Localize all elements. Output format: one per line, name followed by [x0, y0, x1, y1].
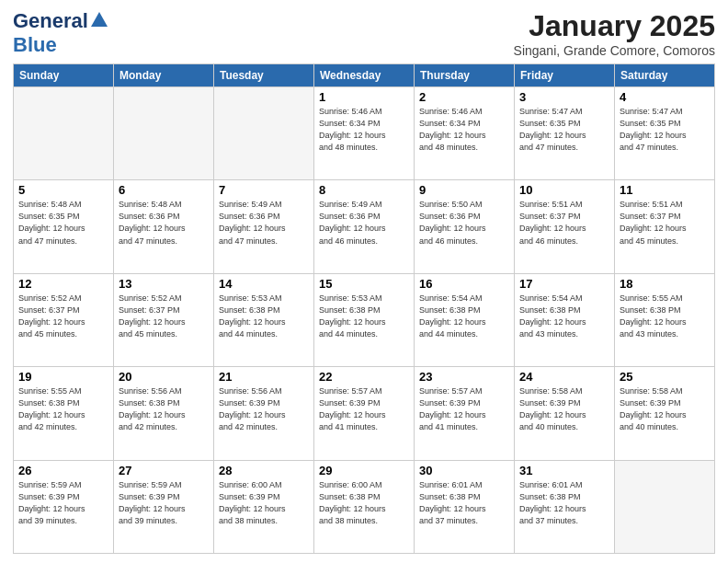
- day-info: Sunrise: 5:56 AM Sunset: 6:39 PM Dayligh…: [219, 385, 309, 433]
- day-number: 13: [119, 277, 209, 291]
- day-number: 11: [620, 183, 710, 197]
- day-number: 16: [419, 277, 509, 291]
- table-row: 20Sunrise: 5:56 AM Sunset: 6:38 PM Dayli…: [114, 367, 214, 460]
- day-number: 21: [219, 370, 309, 384]
- day-info: Sunrise: 5:57 AM Sunset: 6:39 PM Dayligh…: [319, 385, 409, 433]
- day-number: 8: [319, 183, 409, 197]
- table-row: 14Sunrise: 5:53 AM Sunset: 6:38 PM Dayli…: [214, 273, 314, 366]
- day-info: Sunrise: 5:53 AM Sunset: 6:38 PM Dayligh…: [319, 293, 409, 340]
- col-monday: Monday: [114, 64, 214, 87]
- table-row: [214, 87, 314, 180]
- table-row: [14, 87, 114, 180]
- day-number: 17: [519, 277, 609, 291]
- logo-general-text: General: [13, 9, 88, 33]
- table-row: 26Sunrise: 5:59 AM Sunset: 6:39 PM Dayli…: [14, 460, 114, 553]
- table-row: [114, 87, 214, 180]
- table-row: 3Sunrise: 5:47 AM Sunset: 6:35 PM Daylig…: [515, 87, 615, 180]
- table-row: 16Sunrise: 5:54 AM Sunset: 6:38 PM Dayli…: [415, 273, 515, 366]
- day-info: Sunrise: 5:51 AM Sunset: 6:37 PM Dayligh…: [519, 199, 609, 247]
- day-number: 18: [620, 277, 710, 291]
- day-info: Sunrise: 6:01 AM Sunset: 6:38 PM Dayligh…: [519, 479, 609, 527]
- day-info: Sunrise: 5:50 AM Sunset: 6:36 PM Dayligh…: [419, 199, 509, 247]
- day-number: 25: [620, 370, 710, 384]
- col-wednesday: Wednesday: [314, 64, 415, 87]
- day-info: Sunrise: 5:57 AM Sunset: 6:39 PM Dayligh…: [419, 385, 509, 433]
- col-thursday: Thursday: [415, 64, 515, 87]
- logo-blue-text: Blue: [13, 33, 57, 57]
- day-info: Sunrise: 5:53 AM Sunset: 6:38 PM Dayligh…: [219, 293, 309, 340]
- day-number: 24: [519, 370, 609, 384]
- day-info: Sunrise: 5:48 AM Sunset: 6:35 PM Dayligh…: [18, 199, 108, 247]
- table-row: 18Sunrise: 5:55 AM Sunset: 6:38 PM Dayli…: [615, 273, 715, 366]
- day-number: 31: [519, 464, 609, 477]
- day-number: 30: [419, 464, 509, 477]
- day-number: 5: [18, 183, 108, 197]
- day-info: Sunrise: 5:48 AM Sunset: 6:36 PM Dayligh…: [119, 199, 209, 247]
- day-number: 19: [18, 370, 108, 384]
- table-row: 15Sunrise: 5:53 AM Sunset: 6:38 PM Dayli…: [314, 273, 415, 366]
- table-row: 28Sunrise: 6:00 AM Sunset: 6:39 PM Dayli…: [214, 460, 314, 553]
- day-info: Sunrise: 5:47 AM Sunset: 6:35 PM Dayligh…: [519, 106, 609, 154]
- day-info: Sunrise: 5:46 AM Sunset: 6:34 PM Dayligh…: [319, 106, 409, 154]
- table-row: 2Sunrise: 5:46 AM Sunset: 6:34 PM Daylig…: [415, 87, 515, 180]
- col-saturday: Saturday: [615, 64, 715, 87]
- day-info: Sunrise: 5:52 AM Sunset: 6:37 PM Dayligh…: [119, 293, 209, 340]
- day-number: 20: [119, 370, 209, 384]
- day-info: Sunrise: 5:55 AM Sunset: 6:38 PM Dayligh…: [18, 385, 108, 433]
- table-row: 7Sunrise: 5:49 AM Sunset: 6:36 PM Daylig…: [214, 180, 314, 273]
- day-number: 23: [419, 370, 509, 384]
- table-row: 13Sunrise: 5:52 AM Sunset: 6:37 PM Dayli…: [114, 273, 214, 366]
- day-number: 27: [119, 464, 209, 477]
- day-info: Sunrise: 5:55 AM Sunset: 6:38 PM Dayligh…: [620, 293, 710, 340]
- calendar-week-row: 26Sunrise: 5:59 AM Sunset: 6:39 PM Dayli…: [14, 460, 715, 553]
- calendar-week-row: 19Sunrise: 5:55 AM Sunset: 6:38 PM Dayli…: [14, 367, 715, 460]
- table-row: 23Sunrise: 5:57 AM Sunset: 6:39 PM Dayli…: [415, 367, 515, 460]
- day-number: 4: [620, 90, 710, 104]
- table-row: 5Sunrise: 5:48 AM Sunset: 6:35 PM Daylig…: [14, 180, 114, 273]
- table-row: 29Sunrise: 6:00 AM Sunset: 6:38 PM Dayli…: [314, 460, 415, 553]
- calendar-table: Sunday Monday Tuesday Wednesday Thursday…: [13, 63, 715, 554]
- table-row: 11Sunrise: 5:51 AM Sunset: 6:37 PM Dayli…: [615, 180, 715, 273]
- table-row: 17Sunrise: 5:54 AM Sunset: 6:38 PM Dayli…: [515, 273, 615, 366]
- day-info: Sunrise: 5:52 AM Sunset: 6:37 PM Dayligh…: [18, 293, 108, 340]
- day-number: 28: [219, 464, 309, 477]
- table-row: 21Sunrise: 5:56 AM Sunset: 6:39 PM Dayli…: [214, 367, 314, 460]
- table-row: 25Sunrise: 5:58 AM Sunset: 6:39 PM Dayli…: [615, 367, 715, 460]
- day-number: 6: [119, 183, 209, 197]
- calendar-header-row: Sunday Monday Tuesday Wednesday Thursday…: [14, 64, 715, 87]
- day-number: 1: [319, 90, 409, 104]
- day-info: Sunrise: 5:58 AM Sunset: 6:39 PM Dayligh…: [620, 385, 710, 433]
- day-number: 26: [18, 464, 108, 477]
- day-info: Sunrise: 5:54 AM Sunset: 6:38 PM Dayligh…: [419, 293, 509, 340]
- day-number: 29: [319, 464, 409, 477]
- day-number: 15: [319, 277, 409, 291]
- day-info: Sunrise: 5:51 AM Sunset: 6:37 PM Dayligh…: [620, 199, 710, 247]
- day-info: Sunrise: 6:00 AM Sunset: 6:39 PM Dayligh…: [219, 479, 309, 527]
- table-row: [615, 460, 715, 553]
- day-info: Sunrise: 5:49 AM Sunset: 6:36 PM Dayligh…: [319, 199, 409, 247]
- logo-icon: [89, 10, 109, 30]
- table-row: 12Sunrise: 5:52 AM Sunset: 6:37 PM Dayli…: [14, 273, 114, 366]
- day-number: 3: [519, 90, 609, 104]
- month-title: January 2025: [514, 9, 715, 43]
- day-info: Sunrise: 5:58 AM Sunset: 6:39 PM Dayligh…: [519, 385, 609, 433]
- svg-marker-0: [91, 12, 108, 27]
- day-number: 10: [519, 183, 609, 197]
- col-sunday: Sunday: [14, 64, 114, 87]
- col-tuesday: Tuesday: [214, 64, 314, 87]
- table-row: 8Sunrise: 5:49 AM Sunset: 6:36 PM Daylig…: [314, 180, 415, 273]
- table-row: 19Sunrise: 5:55 AM Sunset: 6:38 PM Dayli…: [14, 367, 114, 460]
- day-info: Sunrise: 5:59 AM Sunset: 6:39 PM Dayligh…: [119, 479, 209, 527]
- table-row: 22Sunrise: 5:57 AM Sunset: 6:39 PM Dayli…: [314, 367, 415, 460]
- logo: General Blue: [13, 9, 109, 57]
- logo-block: General Blue: [13, 9, 109, 57]
- day-info: Sunrise: 5:47 AM Sunset: 6:35 PM Dayligh…: [620, 106, 710, 154]
- col-friday: Friday: [515, 64, 615, 87]
- day-number: 7: [219, 183, 309, 197]
- table-row: 9Sunrise: 5:50 AM Sunset: 6:36 PM Daylig…: [415, 180, 515, 273]
- day-number: 22: [319, 370, 409, 384]
- day-info: Sunrise: 5:54 AM Sunset: 6:38 PM Dayligh…: [519, 293, 609, 340]
- day-info: Sunrise: 6:00 AM Sunset: 6:38 PM Dayligh…: [319, 479, 409, 527]
- day-info: Sunrise: 6:01 AM Sunset: 6:38 PM Dayligh…: [419, 479, 509, 527]
- day-info: Sunrise: 5:46 AM Sunset: 6:34 PM Dayligh…: [419, 106, 509, 154]
